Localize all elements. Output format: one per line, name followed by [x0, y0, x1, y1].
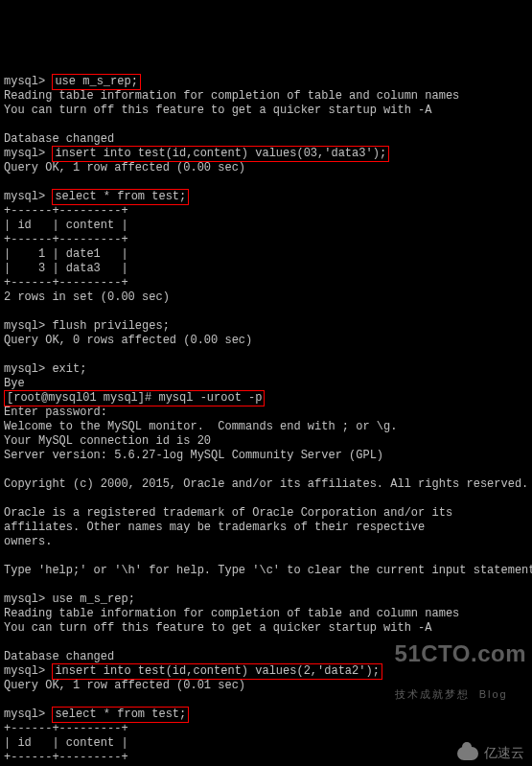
table-border: +------+---------+: [4, 276, 128, 290]
watermark-51cto-logo: 51CTO.com: [395, 646, 526, 661]
output-text: Reading table information for completion…: [4, 89, 459, 103]
output-text: Type 'help;' or '\h' for help. Type '\c'…: [4, 564, 532, 577]
shell-prompt: [root@mysql01 mysql]#: [7, 391, 151, 405]
mysql-prompt: mysql>: [4, 362, 45, 376]
output-text: Bye: [4, 377, 25, 390]
table-border: +------+---------+: [4, 204, 128, 218]
mysql-prompt: mysql>: [4, 147, 45, 160]
table-border: +------+---------+: [4, 722, 128, 735]
output-text: affiliates. Other names may be trademark…: [4, 521, 425, 534]
output-text: owners.: [4, 535, 52, 548]
table-border: +------+---------+: [4, 751, 128, 764]
output-text: Query OK, 0 rows affected (0.00 sec): [4, 334, 252, 347]
output-text: Server version: 5.6.27-log MySQL Communi…: [4, 449, 383, 462]
watermark-yisuyun-text: 亿速云: [484, 746, 524, 760]
mysql-prompt: mysql>: [4, 592, 45, 606]
output-text: Query OK, 1 row affected (0.01 sec): [4, 679, 245, 692]
output-text: Query OK, 1 row affected (0.00 sec): [4, 161, 245, 174]
command-flush: flush privileges;: [52, 319, 169, 333]
mysql-prompt: mysql>: [4, 319, 45, 333]
command-insert: insert into test(id,content) values(2,'d…: [52, 663, 382, 680]
output-text: You can turn off this feature to get a q…: [4, 104, 431, 117]
command-use-db: use m_s_rep;: [52, 74, 140, 90]
command-select: select * from test;: [52, 707, 189, 723]
watermark-51cto-tagline: 技术成就梦想 Blog: [395, 687, 526, 702]
table-header: | id | content |: [4, 219, 128, 232]
output-text: Reading table information for completion…: [4, 607, 459, 620]
mysql-prompt: mysql>: [4, 664, 45, 678]
watermark-yisuyun: 亿速云: [457, 746, 524, 760]
output-text: You can turn off this feature to get a q…: [4, 621, 431, 635]
output-text: Copyright (c) 2000, 2015, Oracle and/or …: [4, 477, 528, 491]
output-text: Database changed: [4, 650, 114, 663]
output-text: Enter password:: [4, 406, 107, 419]
table-border: +------+---------+: [4, 233, 128, 246]
command-insert: insert into test(id,content) values(03,'…: [52, 146, 389, 162]
command-select: select * from test;: [52, 189, 189, 205]
table-header: | id | content |: [4, 736, 128, 750]
mysql-prompt: mysql>: [4, 708, 45, 721]
table-row: | 1 | date1 |: [4, 247, 128, 261]
mysql-prompt: mysql>: [4, 190, 45, 203]
output-text: Your MySQL connection id is 20: [4, 434, 211, 448]
output-text: Welcome to the MySQL monitor. Commands e…: [4, 420, 397, 433]
output-text: Database changed: [4, 132, 114, 146]
command-use-db: use m_s_rep;: [52, 592, 134, 606]
watermark-51cto: 51CTO.com 技术成就梦想 Blog: [395, 617, 526, 716]
mysql-prompt: mysql>: [4, 75, 45, 88]
table-row: | 3 | data3 |: [4, 262, 128, 275]
output-text: Oracle is a registered trademark of Orac…: [4, 506, 452, 520]
cloud-icon: [457, 747, 478, 760]
command-mysql-login: mysql -uroot -p: [158, 391, 262, 405]
command-exit: exit;: [52, 362, 86, 376]
output-text: 2 rows in set (0.00 sec): [4, 290, 170, 304]
